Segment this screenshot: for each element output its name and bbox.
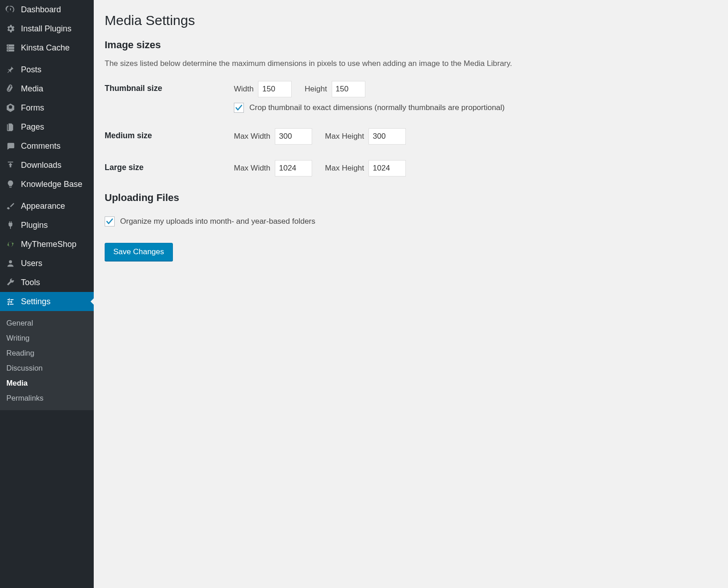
large-size-row: Large size Max Width Max Height bbox=[105, 160, 717, 176]
server-icon bbox=[5, 42, 16, 54]
sidebar-item-media[interactable]: Media bbox=[0, 79, 94, 98]
wrench-icon bbox=[5, 276, 16, 288]
comments-icon bbox=[5, 140, 16, 152]
sidebar-item-downloads[interactable]: Downloads bbox=[0, 156, 94, 175]
large-max-height-input[interactable] bbox=[369, 160, 406, 176]
sidebar-item-label: Comments bbox=[21, 141, 61, 151]
pin-icon bbox=[5, 64, 16, 75]
submenu-item-writing[interactable]: Writing bbox=[0, 331, 94, 346]
image-sizes-description: The sizes listed below determine the max… bbox=[105, 59, 717, 68]
section-uploading-heading: Uploading Files bbox=[105, 192, 717, 204]
svg-point-8 bbox=[9, 260, 12, 263]
sidebar-item-plugins[interactable]: Plugins bbox=[0, 216, 94, 235]
thumbnail-height-input[interactable] bbox=[332, 81, 365, 97]
user-icon bbox=[5, 257, 16, 269]
sidebar-item-mythemeshop[interactable]: MyThemeShop bbox=[0, 235, 94, 254]
sidebar-item-label: MyThemeShop bbox=[21, 240, 76, 249]
large-max-height-label: Max Height bbox=[325, 164, 364, 173]
refresh-icon bbox=[5, 238, 16, 250]
sidebar-item-label: Install Plugins bbox=[21, 24, 71, 34]
sidebar-item-label: Dashboard bbox=[21, 5, 61, 15]
large-max-width-label: Max Width bbox=[234, 164, 270, 173]
sidebar-item-label: Kinsta Cache bbox=[21, 43, 70, 53]
submenu-item-reading[interactable]: Reading bbox=[0, 346, 94, 361]
crop-thumbnail-checkbox[interactable] bbox=[234, 103, 244, 113]
sliders-icon bbox=[5, 296, 16, 307]
settings-form: Thumbnail size Width Height Crop thumbna… bbox=[105, 81, 717, 176]
page-title: Media Settings bbox=[105, 13, 717, 28]
submenu-item-general[interactable]: General bbox=[0, 316, 94, 331]
medium-max-width-label: Max Width bbox=[234, 132, 270, 141]
sidebar-item-label: Settings bbox=[21, 297, 51, 307]
sidebar-item-settings[interactable]: Settings bbox=[0, 292, 94, 311]
sidebar-item-kinsta-cache[interactable]: Kinsta Cache bbox=[0, 38, 94, 57]
plug-icon bbox=[5, 219, 16, 231]
sidebar-item-label: Appearance bbox=[21, 201, 65, 211]
sidebar-item-tools[interactable]: Tools bbox=[0, 273, 94, 292]
section-image-sizes-heading: Image sizes bbox=[105, 39, 717, 51]
submenu-item-discussion[interactable]: Discussion bbox=[0, 361, 94, 376]
sidebar-item-pages[interactable]: Pages bbox=[0, 117, 94, 136]
main-content: Media Settings Image sizes The sizes lis… bbox=[94, 0, 728, 588]
sidebar-item-posts[interactable]: Posts bbox=[0, 60, 94, 79]
medium-max-height-input[interactable] bbox=[369, 128, 406, 145]
sidebar-item-label: Knowledge Base bbox=[21, 180, 82, 189]
gear-icon bbox=[5, 23, 16, 35]
sidebar-item-knowledge-base[interactable]: Knowledge Base bbox=[0, 175, 94, 194]
download-icon bbox=[5, 159, 16, 171]
submenu-item-media[interactable]: Media bbox=[0, 376, 94, 391]
svg-rect-7 bbox=[9, 108, 12, 109]
large-size-label: Large size bbox=[105, 160, 234, 172]
settings-submenu: GeneralWritingReadingDiscussionMediaPerm… bbox=[0, 311, 94, 410]
sidebar-item-appearance[interactable]: Appearance bbox=[0, 196, 94, 216]
sidebar-item-comments[interactable]: Comments bbox=[0, 136, 94, 156]
sidebar-item-label: Downloads bbox=[21, 161, 61, 170]
sidebar-item-forms[interactable]: Forms bbox=[0, 98, 94, 117]
svg-rect-6 bbox=[9, 106, 12, 107]
sidebar-item-label: Forms bbox=[21, 103, 44, 113]
thumbnail-width-label: Width bbox=[234, 85, 253, 94]
large-max-width-input[interactable] bbox=[275, 160, 312, 176]
thumbnail-size-label: Thumbnail size bbox=[105, 81, 234, 93]
medium-size-label: Medium size bbox=[105, 128, 234, 141]
brush-icon bbox=[5, 200, 16, 212]
forms-icon bbox=[5, 102, 16, 114]
sidebar-item-dashboard[interactable]: Dashboard bbox=[0, 0, 94, 19]
pages-icon bbox=[5, 121, 16, 133]
thumbnail-width-input[interactable] bbox=[258, 81, 292, 97]
organize-uploads-row: Organize my uploads into month- and year… bbox=[105, 216, 717, 226]
bulb-icon bbox=[5, 178, 16, 190]
thumbnail-size-row: Thumbnail size Width Height Crop thumbna… bbox=[105, 81, 717, 113]
sidebar-item-install-plugins[interactable]: Install Plugins bbox=[0, 19, 94, 38]
svg-point-3 bbox=[8, 45, 9, 46]
organize-uploads-checkbox[interactable] bbox=[105, 216, 115, 226]
medium-max-height-label: Max Height bbox=[325, 132, 364, 141]
svg-point-4 bbox=[8, 48, 9, 49]
sidebar-item-label: Plugins bbox=[21, 221, 48, 230]
submenu-item-permalinks[interactable]: Permalinks bbox=[0, 391, 94, 406]
sidebar-item-users[interactable]: Users bbox=[0, 254, 94, 273]
admin-sidebar: DashboardInstall PluginsKinsta CachePost… bbox=[0, 0, 94, 588]
sidebar-item-label: Media bbox=[21, 84, 43, 94]
dashboard-icon bbox=[5, 4, 16, 15]
sidebar-item-label: Pages bbox=[21, 122, 44, 132]
svg-point-5 bbox=[8, 50, 9, 51]
sidebar-item-label: Posts bbox=[21, 65, 41, 75]
save-changes-button[interactable]: Save Changes bbox=[105, 243, 173, 261]
medium-max-width-input[interactable] bbox=[275, 128, 312, 145]
sidebar-item-label: Users bbox=[21, 259, 42, 268]
sidebar-item-label: Tools bbox=[21, 278, 40, 287]
crop-thumbnail-label: Crop thumbnail to exact dimensions (norm… bbox=[249, 103, 505, 112]
thumbnail-height-label: Height bbox=[304, 85, 327, 94]
media-icon bbox=[5, 83, 16, 95]
organize-uploads-label: Organize my uploads into month- and year… bbox=[120, 217, 315, 226]
medium-size-row: Medium size Max Width Max Height bbox=[105, 128, 717, 145]
